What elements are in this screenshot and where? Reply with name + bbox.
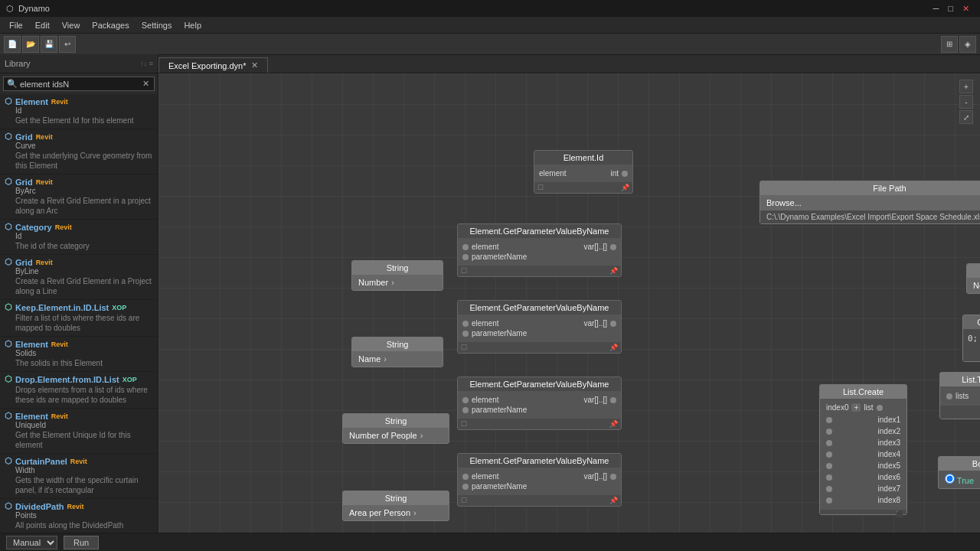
radio-true-label[interactable]: True: [945, 474, 974, 485]
maximize-btn[interactable]: □: [943, 2, 958, 15]
port-dot-param3-in: [462, 407, 469, 413]
node-list-create[interactable]: List.Create index0 + list index1 index2 …: [819, 384, 907, 515]
node-string-number-of-people[interactable]: String Number of People ›: [342, 413, 449, 444]
footer-pin2[interactable]: 📌: [609, 344, 618, 351]
node-string-new[interactable]: String New ›: [966, 263, 980, 294]
string-nop-body: Number of People ›: [343, 428, 449, 443]
footer-pin4[interactable]: 📌: [609, 497, 618, 504]
dot-index2: [826, 429, 832, 435]
sidebar-item-element-id[interactable]: ⬡ Element Revit Id Get the Element Id fo…: [0, 94, 158, 129]
menu-edit[interactable]: Edit: [29, 19, 56, 31]
menu-packages[interactable]: Packages: [86, 19, 135, 31]
node-string-number[interactable]: String Number ›: [351, 260, 443, 291]
list-transpose-body: lists lists: [940, 386, 980, 406]
list-create-resize[interactable]: ⬛: [896, 510, 903, 514]
node-boolean[interactable]: Boolean True False: [938, 456, 980, 489]
sidebar-icon-drop-element: ⬡: [5, 374, 12, 384]
menu-help[interactable]: Help: [178, 19, 207, 31]
run-button[interactable]: Run: [64, 536, 99, 549]
filepath-browse[interactable]: Browse... ›: [760, 195, 980, 210]
minimize-btn[interactable]: ─: [929, 2, 944, 15]
radio-true-input[interactable]: [945, 474, 955, 484]
search-box[interactable]: 🔍 ✕: [3, 77, 155, 91]
dot-index3: [826, 440, 832, 446]
view-button-1[interactable]: ⊞: [941, 36, 958, 53]
sidebar-item-keep-element-id-list[interactable]: ⬡ Keep.Element.in.ID.List XOP Filter a l…: [0, 300, 158, 337]
sidebar-item-element-uniqueid[interactable]: ⬡ Element Revit UniqueId Get the Element…: [0, 409, 158, 454]
node-getparam1-header: Element.GetParameterValueByName: [458, 224, 621, 238]
dot-index7: [826, 486, 832, 492]
sidebar-item-dividedpath-points[interactable]: ⬡ DividedPath Revit Points All points al…: [0, 499, 158, 533]
node-code-block[interactable]: Code Block 0; › ☐: [962, 315, 980, 362]
tab-close-icon[interactable]: ✕: [251, 60, 258, 70]
canvas-zoom-in[interactable]: +: [959, 80, 973, 93]
menu-file[interactable]: File: [3, 19, 29, 31]
node-getparam3[interactable]: Element.GetParameterValueByName element …: [457, 377, 622, 430]
footer-checkbox3[interactable]: ☐: [461, 420, 467, 428]
footer-checkbox2[interactable]: ☐: [461, 344, 467, 351]
view-button-2[interactable]: ◈: [959, 36, 976, 53]
node-element-id-footer: ☐ 📌: [534, 182, 632, 193]
canvas-controls: + - ⤢: [959, 80, 974, 124]
sidebar-icon-element-id: ⬡: [5, 96, 12, 106]
canvas[interactable]: Element.Id element int ☐ 📌 Element.GetPa…: [158, 73, 980, 533]
node-getparam4[interactable]: Element.GetParameterValueByName element …: [457, 453, 622, 507]
tabbar: Library ↑↓ ≡ Excel Exporting.dyn* ✕: [0, 55, 980, 73]
string-app-body: Area per Person ›: [343, 505, 449, 520]
footer-pin1[interactable]: 📌: [609, 267, 618, 275]
mode-dropdown[interactable]: Manual: [6, 536, 57, 549]
port-param4-in: parameterName: [472, 482, 527, 491]
node-getparam4-header: Element.GetParameterValueByName: [458, 454, 621, 468]
footer-checkbox[interactable]: ☐: [537, 184, 544, 191]
open-button[interactable]: 📂: [22, 36, 39, 53]
sidebar-item-grid-curve[interactable]: ⬡ Grid Revit Curve Get the underlying Cu…: [0, 129, 158, 174]
footer-checkbox4[interactable]: ☐: [461, 497, 467, 504]
sidebar-item-grid-byarc[interactable]: ⬡ Grid Revit ByArc Create a Revit Grid E…: [0, 174, 158, 220]
canvas-zoom-out[interactable]: -: [959, 95, 973, 109]
footer-pin[interactable]: 📌: [621, 184, 629, 191]
port-dot-elem2-in: [462, 321, 469, 327]
add-index-btn[interactable]: +: [851, 403, 861, 412]
node-element-id[interactable]: Element.Id element int ☐ 📌: [534, 150, 633, 194]
list-create-header: List.Create: [820, 385, 906, 399]
menu-view[interactable]: View: [56, 19, 87, 31]
node-string-area-per-person[interactable]: String Area per Person ›: [342, 491, 449, 521]
sidebar-item-drop-element[interactable]: ⬡ Drop.Element.from.ID.List XOP Drops el…: [0, 372, 158, 409]
port-index4: index4: [878, 450, 900, 458]
search-clear-icon[interactable]: ✕: [142, 79, 149, 89]
sidebar-item-category-id[interactable]: ⬡ Category Revit Id The id of the catego…: [0, 220, 158, 255]
node-getparam2-footer: ☐ 📌: [458, 342, 621, 353]
port-elem3-in: element: [472, 396, 499, 404]
node-getparam2-header: Element.GetParameterValueByName: [458, 301, 621, 315]
port-index0-label: index0: [826, 403, 848, 412]
node-getparam2[interactable]: Element.GetParameterValueByName element …: [457, 300, 622, 354]
filepath-path-value: C:\.\Dynamo Examples\Excel Import\Export…: [760, 210, 980, 223]
canvas-fit[interactable]: ⤢: [959, 110, 973, 124]
node-string-name[interactable]: String Name ›: [351, 337, 443, 367]
node-filepath[interactable]: File Path Browse... › C:\.\Dynamo Exampl…: [760, 181, 980, 224]
search-input[interactable]: [20, 80, 142, 89]
close-btn[interactable]: ✕: [958, 2, 974, 15]
sidebar-item-element-solids[interactable]: ⬡ Element Revit Solids The solids in thi…: [0, 337, 158, 372]
sidebar-item-curtainpanel-width[interactable]: ⬡ CurtainPanel Revit Width Gets the widt…: [0, 454, 158, 499]
sidebar-item-grid-byline[interactable]: ⬡ Grid Revit ByLine Create a Revit Grid …: [0, 255, 158, 300]
tab-excel-exporting[interactable]: Excel Exporting.dyn* ✕: [158, 57, 268, 73]
library-label: Library ↑↓ ≡: [0, 54, 158, 73]
list-create-list-label: list: [864, 403, 873, 412]
node-getparam1[interactable]: Element.GetParameterValueByName element …: [457, 223, 622, 277]
node-getparam3-header: Element.GetParameterValueByName: [458, 377, 621, 391]
port-var1-out: var[]..[]: [583, 243, 607, 251]
save-button[interactable]: 💾: [41, 36, 57, 53]
node-element-id-body: element int: [534, 165, 632, 182]
undo-button[interactable]: ↩: [59, 36, 76, 53]
node-list-transpose[interactable]: List.Transpose lists lists ☐: [939, 372, 980, 419]
filepath-header: File Path: [760, 181, 980, 195]
port-dot-elem4-in: [462, 474, 469, 480]
string-node-number-body: Number ›: [352, 275, 443, 290]
new-button[interactable]: 📄: [4, 36, 21, 53]
codeblock-body[interactable]: 0; ›: [963, 329, 980, 348]
footer-pin3[interactable]: 📌: [609, 420, 618, 428]
footer-checkbox1[interactable]: ☐: [461, 267, 467, 275]
port-index5: index5: [878, 461, 900, 470]
menu-settings[interactable]: Settings: [136, 19, 178, 31]
